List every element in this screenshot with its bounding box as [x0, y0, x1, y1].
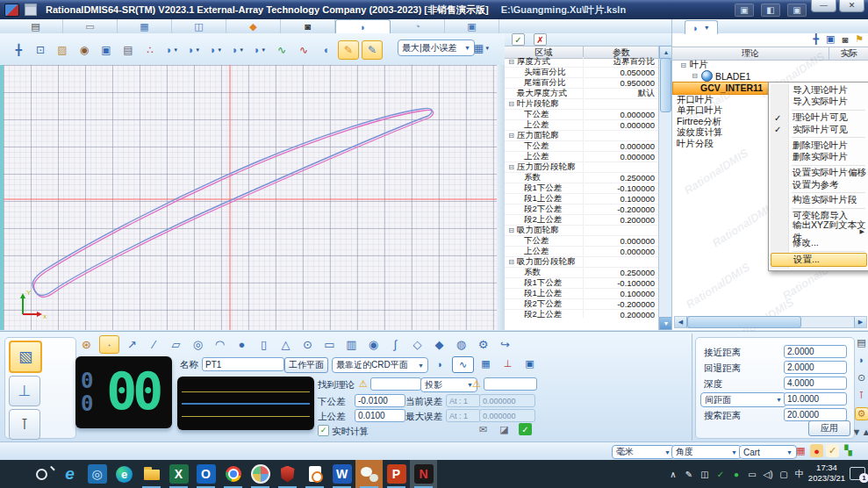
expander-icon[interactable]: ⊟: [507, 132, 515, 140]
deviation-report-button[interactable]: ▦▼: [472, 39, 491, 57]
snapshot-icon[interactable]: ▣: [787, 4, 807, 17]
app-blue-icon[interactable]: ◎: [83, 460, 111, 488]
graph-view-tab-button[interactable]: ∿: [452, 356, 474, 373]
blade-curve-2-button[interactable]: ◗▼: [184, 41, 204, 59]
curve-feature-button[interactable]: ∫: [386, 336, 405, 353]
tray-wechat-icon[interactable]: ●: [731, 470, 742, 479]
remote-desktop-icon[interactable]: ▣: [735, 4, 754, 17]
menu-item[interactable]: 设置...: [771, 253, 867, 267]
scan-points-button[interactable]: ∴: [140, 41, 160, 59]
column-header-theory[interactable]: 理论: [672, 47, 829, 60]
menu-item[interactable]: ✓实际叶片可见: [769, 124, 868, 136]
tab-monitor[interactable]: ▣: [445, 19, 499, 33]
tab-disc[interactable]: ◔: [391, 19, 445, 33]
scroll-right-icon[interactable]: ▶: [854, 317, 866, 327]
caliper-tool-button[interactable]: ⊥: [9, 376, 40, 406]
clearance-plane-select[interactable]: 间距面▼: [700, 392, 786, 407]
blade-module-tab[interactable]: ◗ ▼: [685, 20, 718, 34]
menu-item[interactable]: ✓理论叶片可见: [769, 111, 868, 124]
view-orient-button[interactable]: ◉: [75, 41, 94, 59]
probe-parameter-input[interactable]: [784, 377, 847, 390]
camera-tool-button[interactable]: ◙: [842, 34, 848, 45]
blade-curve-3-button[interactable]: ◗▼: [206, 41, 226, 59]
probe-parameter-input[interactable]: [784, 345, 847, 358]
edit-theory-button[interactable]: ✎: [338, 40, 359, 60]
pan-view-button[interactable]: ╋: [9, 41, 28, 59]
display-switch-icon[interactable]: ◧: [761, 4, 780, 17]
realtime-checkbox[interactable]: ✓: [318, 425, 329, 436]
menu-item[interactable]: 删除理论叶片: [769, 140, 868, 152]
tab-table[interactable]: ▦: [118, 19, 172, 33]
parallel-planes-feature-button[interactable]: ▥: [342, 336, 361, 353]
machine-mode-button[interactable]: ▧: [9, 341, 42, 373]
units-select[interactable]: 毫米 ▼: [612, 445, 675, 459]
chrome-icon[interactable]: [219, 460, 247, 488]
id-card-button[interactable]: ▤: [118, 41, 138, 59]
scroll-left-icon[interactable]: ◀: [675, 317, 687, 327]
disc-feature-button[interactable]: ◉: [364, 336, 383, 353]
tray-pen-icon[interactable]: ✎: [684, 470, 694, 479]
expander-icon[interactable]: ⊟: [507, 226, 515, 234]
apply-button[interactable]: 应用: [808, 420, 850, 436]
screen-view-tab-button[interactable]: ▣: [520, 356, 540, 371]
minimize-button[interactable]: —: [811, 0, 836, 12]
ellipse-feature-button[interactable]: ⊙: [298, 336, 317, 353]
wave-analysis-2-button[interactable]: ∿: [294, 41, 313, 59]
found-theory-input[interactable]: [370, 377, 421, 391]
scroll-side-button[interactable]: ▼▲: [856, 427, 868, 438]
line-feature-button[interactable]: ∕: [145, 336, 163, 353]
cylinder-feature-button[interactable]: ▯: [255, 336, 273, 353]
round-slot-feature-button[interactable]: ◍: [452, 336, 470, 353]
menu-list-icon[interactable]: [25, 4, 37, 16]
probe-head-button[interactable]: ⊺: [9, 409, 40, 440]
probe-view-tab-button[interactable]: ◗: [430, 356, 450, 371]
expander-icon[interactable]: ⊟: [691, 72, 699, 80]
status-estop-icon[interactable]: ●: [810, 444, 823, 457]
status-io-icon[interactable]: ▚: [842, 444, 855, 457]
axes-tool-button[interactable]: ╋: [813, 33, 819, 45]
probe-parameter-input[interactable]: [784, 408, 847, 421]
menu-item[interactable]: 修改...: [769, 238, 868, 250]
coordinate-select[interactable]: Cart ▼: [739, 445, 797, 459]
scroll-track[interactable]: [687, 317, 854, 327]
menu-item[interactable]: 构造实际叶片段: [769, 195, 868, 207]
search-button[interactable]: [29, 460, 56, 488]
plane-select[interactable]: 最靠近的CRD平面 ▼: [332, 357, 428, 373]
point-feature-button[interactable]: ∙: [99, 335, 119, 354]
hand-pan-button[interactable]: ▨: [53, 41, 72, 59]
tool-side-button[interactable]: ⊺: [856, 390, 868, 401]
tree-horizontal-scrollbar[interactable]: ◀ ▶: [674, 316, 867, 328]
construct-tool-button[interactable]: ⊛: [77, 336, 96, 353]
scroll-thumb[interactable]: [660, 58, 671, 112]
tray-expand-icon[interactable]: ∧: [668, 470, 678, 479]
graphics-viewport[interactable]: Y x: [0, 65, 500, 330]
excel-icon[interactable]: X: [165, 460, 192, 488]
arc-feature-button[interactable]: ◠: [211, 336, 229, 353]
column-header-actual[interactable]: 实际: [829, 47, 868, 60]
parameter-scrollbar[interactable]: ▲ ▼: [658, 46, 671, 330]
zoom-window-button[interactable]: ⊡: [31, 41, 50, 59]
probe-side-button[interactable]: ◗: [856, 355, 868, 366]
edge-icon[interactable]: e: [111, 460, 138, 488]
start-button[interactable]: [2, 460, 29, 488]
settings-side-button[interactable]: ⚙: [855, 407, 868, 420]
tab-output[interactable]: ▤: [9, 19, 63, 33]
scroll-thumb[interactable]: [687, 316, 801, 328]
slot-feature-button[interactable]: ▭: [320, 336, 339, 353]
close-button[interactable]: ✕: [839, 0, 864, 12]
print-side-button[interactable]: ▤: [856, 337, 868, 348]
zoom-side-button[interactable]: ⊙: [856, 372, 868, 384]
table-view-tab-button[interactable]: ▦: [476, 356, 496, 371]
menu-item[interactable]: 删除实际叶片: [769, 151, 868, 163]
keyway-feature-button[interactable]: ◇: [408, 336, 427, 353]
projection-input[interactable]: [484, 377, 537, 391]
security-icon[interactable]: [274, 460, 301, 488]
explorer-icon[interactable]: [138, 460, 165, 488]
angle-select[interactable]: 角度 ▼: [671, 445, 742, 459]
workplane-button[interactable]: 工作平面: [284, 357, 328, 373]
check-all-icon[interactable]: ✓: [512, 33, 525, 46]
lower-tolerance-input[interactable]: [355, 394, 405, 407]
cone-feature-button[interactable]: △: [276, 336, 295, 353]
blade-curve-1-button[interactable]: ◗▼: [162, 41, 182, 59]
edit-actual-button[interactable]: ✎: [362, 40, 383, 60]
